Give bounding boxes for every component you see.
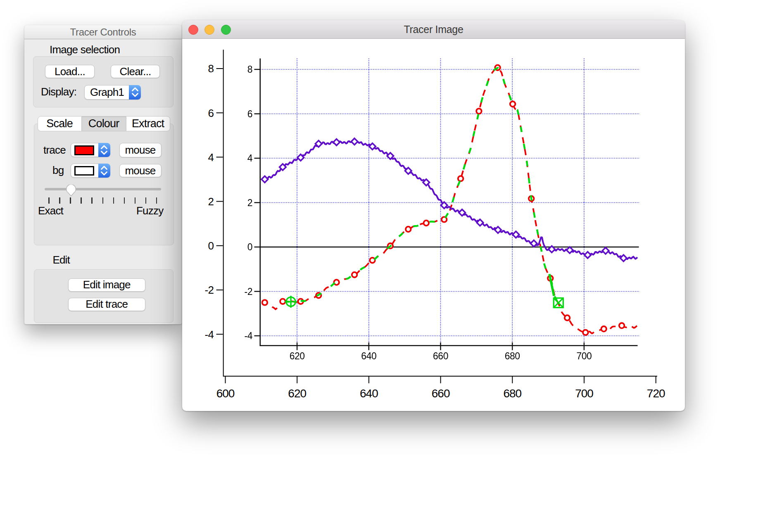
svg-text:8: 8 [208,62,214,75]
svg-text:0: 0 [247,242,252,252]
svg-text:620: 620 [288,387,306,399]
svg-text:4: 4 [247,153,253,164]
svg-text:680: 680 [503,387,521,399]
svg-text:660: 660 [433,351,448,361]
svg-text:0: 0 [208,240,214,252]
svg-text:8: 8 [247,64,252,75]
svg-text:6: 6 [208,107,214,119]
svg-text:720: 720 [647,387,665,399]
svg-text:680: 680 [505,351,520,361]
svg-text:-4: -4 [245,330,253,341]
svg-text:600: 600 [216,387,235,399]
svg-text:660: 660 [432,387,450,399]
svg-text:-2: -2 [245,286,252,297]
svg-text:640: 640 [360,387,378,399]
svg-text:-4: -4 [204,328,214,340]
svg-text:2: 2 [247,197,252,208]
svg-text:6: 6 [247,108,252,119]
svg-text:700: 700 [576,351,592,361]
svg-text:640: 640 [361,351,376,361]
svg-text:620: 620 [290,351,305,361]
svg-text:4: 4 [208,151,214,163]
svg-text:2: 2 [208,195,214,208]
svg-text:-2: -2 [204,284,214,296]
svg-text:700: 700 [575,387,593,399]
